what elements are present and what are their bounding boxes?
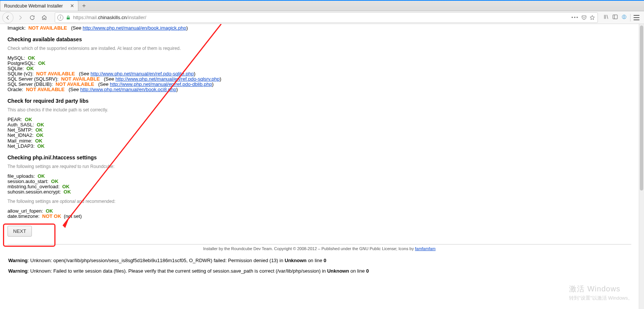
check-net-idna2: Net_IDNA2: OK bbox=[7, 133, 631, 138]
back-button[interactable] bbox=[2, 12, 13, 23]
check-net-ldap3: Net_LDAP3: OK bbox=[7, 144, 631, 149]
page-actions-icon[interactable]: ••• bbox=[571, 15, 579, 20]
check-postgres: PostgreSQL: OK bbox=[7, 61, 631, 66]
check-auth-sasl: Auth_SASL: OK bbox=[7, 122, 631, 128]
scrollbar-thumb[interactable] bbox=[640, 26, 643, 190]
link-oracle[interactable]: http://www.php.net/manual/en/book.oci8.p… bbox=[80, 87, 176, 92]
pocket-icon[interactable] bbox=[581, 15, 587, 21]
check-dblib: SQL Server (DBLIB): NOT AVAILABLE (See h… bbox=[7, 82, 631, 87]
check-sqlite-v2: SQLite (v2): NOT AVAILABLE (See http://w… bbox=[7, 71, 631, 76]
bookmark-icon[interactable] bbox=[589, 15, 595, 21]
new-tab-button[interactable]: ＋ bbox=[78, 0, 90, 11]
home-button[interactable] bbox=[39, 12, 49, 23]
link-sqlite-v2[interactable]: http://www.php.net/manual/en/ref.pdo-sql… bbox=[91, 71, 194, 76]
check-allow-url-fopen: allow_url_fopen: OK bbox=[7, 208, 631, 214]
link-dblib[interactable]: http://www.php.net/manual/en/ref.pdo-dbl… bbox=[110, 81, 212, 87]
check-mbstring-func-overload: mbstring.func_overload: OK bbox=[7, 184, 631, 189]
sidebar-icon[interactable] bbox=[612, 14, 618, 21]
profile-icon[interactable] bbox=[621, 14, 627, 21]
heading-ini: Checking php.ini/.htaccess settings bbox=[7, 155, 631, 160]
address-bar[interactable]: i https://mail.chinaskills.cn/installer/… bbox=[55, 12, 598, 23]
forward-button[interactable] bbox=[15, 12, 25, 23]
library-icon[interactable] bbox=[603, 14, 609, 21]
tab-title: Roundcube Webmail Installer bbox=[4, 3, 63, 9]
check-file-uploads: file_uploads: OK bbox=[7, 174, 631, 179]
link-imagick[interactable]: http://www.php.net/manual/en/book.imagic… bbox=[83, 25, 186, 31]
check-suhosin-session-encrypt: suhosin.session.encrypt: OK bbox=[7, 189, 631, 195]
footer: Installer by the Roundcube Dev Team. Cop… bbox=[7, 247, 631, 251]
check-net-smtp: Net_SMTP: OK bbox=[7, 128, 631, 133]
nav-toolbar: i https://mail.chinaskills.cn/installer/… bbox=[0, 11, 644, 24]
link-sqlsrv[interactable]: http://www.php.net/manual/en/ref.pdo-sql… bbox=[115, 76, 220, 82]
check-imagick: Imagick: NOT AVAILABLE (See http://www.p… bbox=[7, 26, 631, 31]
footer-divider bbox=[7, 244, 631, 244]
desc-ini-optional: The following settings are optional and … bbox=[7, 199, 631, 204]
check-oracle: Oracle: NOT AVAILABLE (See http://www.ph… bbox=[7, 87, 631, 92]
svg-rect-0 bbox=[67, 17, 70, 19]
check-mail-mime: Mail_mime: OK bbox=[7, 138, 631, 144]
check-sqlsrv: SQL Server (SQLSRV): NOT AVAILABLE (See … bbox=[7, 76, 631, 82]
browser-tab[interactable]: Roundcube Webmail Installer ✕ bbox=[0, 0, 78, 11]
desc-ini-required: The following settings are required to r… bbox=[7, 164, 631, 169]
next-button[interactable]: NEXT bbox=[7, 226, 32, 237]
close-tab-icon[interactable]: ✕ bbox=[70, 3, 75, 9]
reload-button[interactable] bbox=[27, 12, 37, 23]
desc-databases: Check which of the supported extensions … bbox=[7, 46, 631, 51]
check-sqlite: SQLite: OK bbox=[7, 66, 631, 71]
check-mysql: MySQL: OK bbox=[7, 56, 631, 61]
desc-libs: This also checks if the include path is … bbox=[7, 108, 631, 112]
link-famfamfam[interactable]: famfamfam bbox=[415, 246, 436, 251]
menu-button[interactable] bbox=[634, 15, 640, 20]
check-pear: PEAR: OK bbox=[7, 117, 631, 122]
svg-point-3 bbox=[623, 16, 625, 17]
lock-icon bbox=[66, 15, 71, 20]
installer-page: Imagick: NOT AVAILABLE (See http://www.p… bbox=[0, 26, 639, 274]
url-text: https://mail.chinaskills.cn/installer/ bbox=[73, 15, 569, 20]
php-warning-2: Warning: Unknown: Failed to write sessio… bbox=[8, 268, 631, 274]
heading-databases: Checking available databases bbox=[7, 37, 631, 42]
tab-strip: Roundcube Webmail Installer ✕ ＋ bbox=[0, 0, 644, 11]
php-warning-1: Warning: Unknown: open(/var/lib/php/sess… bbox=[8, 258, 631, 263]
heading-libs: Check for required 3rd party libs bbox=[7, 98, 631, 104]
svg-rect-1 bbox=[613, 15, 617, 19]
check-date-timezone: date.timezone: NOT OK (not set) bbox=[7, 214, 631, 219]
vertical-scrollbar[interactable] bbox=[639, 24, 644, 309]
site-info-icon[interactable]: i bbox=[57, 15, 63, 21]
check-session-auto-start: session.auto_start: OK bbox=[7, 179, 631, 184]
